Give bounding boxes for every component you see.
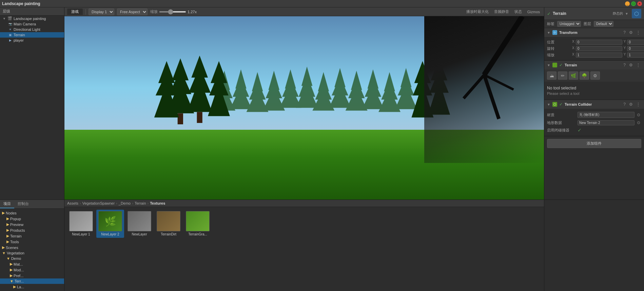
- models-label: Mod...: [14, 268, 24, 272]
- mute-btn[interactable]: 音频静音: [493, 8, 510, 15]
- collider-menu-btn[interactable]: ⋮: [635, 102, 641, 107]
- hierarchy-item-camera[interactable]: 📷 Main Camera: [0, 21, 64, 27]
- no-tool-title: No tool selected: [547, 86, 641, 90]
- tools-label: Tools: [10, 240, 19, 244]
- terrain-tool-paint[interactable]: ✏: [558, 71, 567, 80]
- terrain-settings-btn[interactable]: ⚙: [628, 62, 634, 68]
- project-item-tools[interactable]: ▶ Tools: [0, 239, 64, 245]
- collider-checkbox[interactable]: ✓: [578, 127, 582, 133]
- terrain-collider-header[interactable]: ▼ ⬡ ✓ Terrain Collider ? ⚙ ⋮: [544, 100, 644, 109]
- hierarchy-item-player[interactable]: ▶ player: [0, 38, 64, 43]
- camera-label: Main Camera: [14, 22, 36, 26]
- terrain-menu-btn[interactable]: ⋮: [635, 62, 641, 68]
- terrain-collider-icon: ⬡: [552, 102, 557, 107]
- breadcrumb-demo[interactable]: _Demo: [119, 201, 131, 205]
- sca-x-input[interactable]: [576, 53, 622, 58]
- transform-icon: ⊹: [552, 30, 557, 35]
- terrain-tools-bar: ⛰ ✏ 🌿 🌳 ⚙: [544, 69, 644, 82]
- terrain-data-pick-btn[interactable]: ⊙: [636, 120, 641, 125]
- project-item-popup[interactable]: ▶ Popup: [0, 216, 64, 222]
- pos-y-input[interactable]: [627, 40, 644, 45]
- console-tab[interactable]: 控制台: [14, 200, 32, 208]
- object-cube-icon[interactable]: ⬡: [632, 9, 641, 18]
- rot-y-input[interactable]: [627, 46, 644, 51]
- zoom-slider[interactable]: [159, 11, 186, 13]
- breadcrumb-terrain[interactable]: Terrain: [135, 201, 146, 205]
- project-item-prefabs[interactable]: ▶ Pref...: [0, 273, 64, 278]
- project-item-nodes[interactable]: ▶ Nodes: [0, 210, 64, 216]
- rot-x-input[interactable]: [576, 46, 622, 51]
- project-item-scenes[interactable]: ▶ Scenes: [0, 245, 64, 250]
- collider-settings-btn[interactable]: ⚙: [628, 102, 634, 107]
- svg-marker-11: [329, 85, 351, 108]
- terrain-tool-raise[interactable]: ⛰: [547, 71, 557, 80]
- terrain-data-label: 地形数据: [547, 120, 578, 125]
- game-tab[interactable]: 游戏: [67, 8, 83, 15]
- layer-select[interactable]: Default: [594, 21, 613, 27]
- products-label: Products: [10, 228, 25, 232]
- project-item-models[interactable]: ▶ Mod...: [0, 267, 64, 273]
- pos-x-input[interactable]: [576, 40, 622, 45]
- terrain-data-ref[interactable]: New Terrain 2: [578, 120, 635, 125]
- popup-label: Popup: [10, 217, 21, 221]
- transform-settings-btn[interactable]: ⚙: [628, 30, 634, 35]
- terrain-section: ▼ 🌿 ✓ Terrain ? ⚙ ⋮ ⛰ ✏ 🌿 🌳 ⚙ No to: [544, 61, 644, 100]
- project-item-terrain1[interactable]: ▶ Terrain: [0, 233, 64, 239]
- terrain-tool-detail[interactable]: 🌳: [580, 71, 589, 80]
- tag-select[interactable]: Untagged: [557, 21, 581, 27]
- no-tool-message: No tool selected Please select a tool: [544, 82, 644, 100]
- close-button[interactable]: ×: [637, 1, 642, 6]
- project-item-materials[interactable]: ▶ Mat...: [0, 261, 64, 267]
- project-item-la[interactable]: ▶ La...: [0, 284, 64, 290]
- folder-icon: ▶: [6, 216, 9, 221]
- hierarchy-root[interactable]: ▼ 🎬 Landscape painting: [0, 16, 64, 21]
- asset-thumb-newlayer3: [128, 211, 151, 231]
- transform-header[interactable]: ▼ ⊹ Transform ? ⚙ ⋮: [544, 28, 644, 37]
- rotation-row: 旋转 X Y Z: [547, 45, 641, 52]
- asset-terraingra[interactable]: TerrainGra...: [184, 210, 212, 238]
- project-item-vegetation[interactable]: ▼ Vegetation: [0, 250, 64, 256]
- breadcrumb-assets[interactable]: Assets: [67, 201, 78, 205]
- material-ref[interactable]: 无 (物理材质): [578, 112, 635, 118]
- asset-terraindirt[interactable]: TerrainDirt: [155, 210, 182, 238]
- terrain-tool-trees[interactable]: 🌿: [569, 71, 578, 80]
- terrain-help-btn[interactable]: ?: [622, 62, 627, 68]
- maximize-button[interactable]: □: [631, 1, 636, 6]
- enable-collider-label: 启用闭碰撞器: [547, 128, 578, 133]
- transform-help-btn[interactable]: ?: [622, 30, 627, 35]
- sca-y-input[interactable]: [627, 53, 644, 58]
- hierarchy-item-terrain[interactable]: ▣ Terrain: [0, 32, 64, 38]
- asset-newlayer2[interactable]: 🌿 NewLayer 2: [96, 210, 124, 238]
- add-component-button[interactable]: 添加组件: [547, 139, 641, 148]
- collider-help-btn[interactable]: ?: [622, 102, 627, 107]
- maximize-play-btn[interactable]: 播放时最大化: [465, 8, 490, 15]
- camera-icon: 📷: [8, 22, 12, 26]
- project-item-terrain2[interactable]: ▼ Terr...: [0, 278, 64, 284]
- gizmos-btn[interactable]: Gizmos: [526, 9, 541, 15]
- project-item-demo[interactable]: ▼ Demo: [0, 256, 64, 261]
- asset-newlayer1[interactable]: NewLayer 1: [67, 210, 95, 238]
- project-item-preview[interactable]: ▶ Preview: [0, 222, 64, 227]
- project-item-products[interactable]: ▶ Products: [0, 227, 64, 233]
- terrain-tool-settings[interactable]: ⚙: [590, 71, 600, 80]
- game-scene: [64, 16, 544, 200]
- sca-y-label: Y: [624, 53, 626, 58]
- display-select[interactable]: Display 1: [89, 8, 114, 15]
- assets-grid: NewLayer 1 🌿 NewLayer 2 NewLayer Terrain…: [64, 207, 544, 241]
- project-panel: 项目 控制台 ▶ Nodes ▶ Popup ▶ Preview ▶ Produ…: [0, 200, 64, 291]
- breadcrumb-vegetationspawner[interactable]: VegetationSpawner: [82, 201, 115, 205]
- static-dropdown[interactable]: ▼: [625, 12, 628, 16]
- material-pick-btn[interactable]: ⊙: [636, 112, 641, 118]
- inspector-panel: ✓ Terrain 静态的 ▼ ⬡ 标签 Untagged 图层 Default…: [544, 7, 644, 200]
- transform-menu-btn[interactable]: ⋮: [635, 30, 641, 35]
- stats-btn[interactable]: 状态: [513, 8, 523, 15]
- light-label: Directional Light: [14, 27, 40, 32]
- asset-newlayer3[interactable]: NewLayer: [125, 210, 153, 238]
- terrain-component-header[interactable]: ▼ 🌿 ✓ Terrain ? ⚙ ⋮: [544, 61, 644, 69]
- position-label: 位置: [547, 40, 571, 45]
- svg-rect-39: [178, 113, 183, 124]
- minimize-button[interactable]: _: [625, 1, 630, 6]
- hierarchy-item-light[interactable]: ☀ Directional Light: [0, 27, 64, 32]
- aspect-select[interactable]: Free Aspect: [117, 8, 148, 15]
- project-tab[interactable]: 项目: [0, 200, 14, 208]
